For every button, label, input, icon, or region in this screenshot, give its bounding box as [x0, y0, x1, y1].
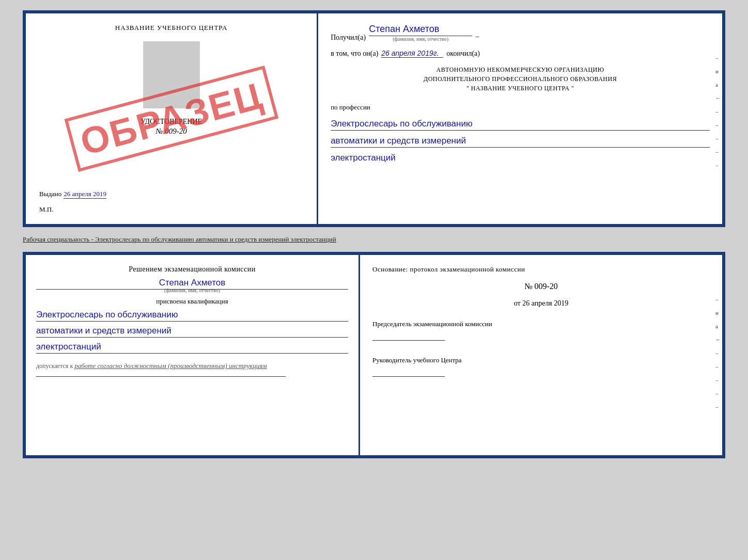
commission-title: Решением экзаменационной комиссии — [36, 265, 348, 274]
fio-label-bottom: (фамилия, имя, отчество) — [36, 287, 348, 293]
qualification-line2: автоматики и средств измерений — [36, 326, 348, 338]
top-document: НАЗВАНИЕ УЧЕБНОГО ЦЕНТРА УДОСТОВЕРЕНИЕ №… — [23, 10, 725, 227]
bottom-left: Решением экзаменационной комиссии Степан… — [26, 255, 360, 455]
date-prefix: в том, что он(а) — [331, 50, 378, 58]
chairman-signature-line — [372, 330, 445, 341]
protocol-date-value: 26 апреля 2019 — [522, 299, 568, 307]
head-signature-line — [372, 366, 445, 377]
bottom-right: Основание: протокол экзаменационной коми… — [360, 255, 722, 455]
cert-title: НАЗВАНИЕ УЧЕБНОГО ЦЕНТРА — [115, 24, 227, 32]
org-block: АВТОНОМНУЮ НЕКОММЕРЧЕСКУЮ ОРГАНИЗАЦИЮ ДО… — [331, 65, 710, 93]
bottom-document: Решением экзаменационной комиссии Степан… — [23, 252, 725, 458]
cert-number: № 009-20 — [155, 127, 186, 136]
допускается-value: работе согласно должностным (производств… — [74, 362, 267, 370]
head-label: Руководитель учебного Центра — [372, 356, 710, 364]
chairman-block: Председатель экзаменационной комиссии — [372, 320, 710, 343]
protocol-date: от 26 апреля 2019 — [372, 299, 710, 308]
caption: Рабочая специальность - Электрослесарь п… — [23, 233, 725, 246]
received-label: Получил(а) — [331, 34, 366, 42]
profession-line1: Электрослесарь по обслуживанию — [331, 119, 710, 131]
date-suffix: окончил(а) — [446, 50, 480, 58]
qualification-line3: электростанций — [36, 342, 348, 354]
issued-label: Выдано — [39, 190, 61, 198]
org-line3: " НАЗВАНИЕ УЧЕБНОГО ЦЕНТРА " — [331, 84, 710, 93]
left-panel: НАЗВАНИЕ УЧЕБНОГО ЦЕНТРА УДОСТОВЕРЕНИЕ №… — [26, 13, 318, 224]
mp-label: М.П. — [34, 205, 53, 214]
document-container: НАЗВАНИЕ УЧЕБНОГО ЦЕНТРА УДОСТОВЕРЕНИЕ №… — [23, 10, 725, 458]
photo-placeholder — [143, 41, 200, 108]
org-line1: АВТОНОМНУЮ НЕКОММЕРЧЕСКУЮ ОРГАНИЗАЦИЮ — [331, 65, 710, 74]
recipient-line: Получил(а) Степан Ахметов (фамилия, имя,… — [331, 24, 710, 42]
issued-date: 26 апреля 2019 — [64, 190, 106, 199]
right-panel: Получил(а) Степан Ахметов (фамилия, имя,… — [318, 13, 722, 224]
qualification-label: присвоена квалификация — [36, 297, 348, 306]
org-line2: ДОПОЛНИТЕЛЬНОГО ПРОФЕССИОНАЛЬНОГО ОБРАЗО… — [331, 74, 710, 84]
profession-line2: автоматики и средств измерений — [331, 136, 710, 148]
qualification-line1: Электрослесарь по обслуживанию — [36, 310, 348, 322]
profession-label: по профессии — [331, 103, 710, 111]
fio-label-top: (фамилия, имя, отчество) — [393, 36, 448, 42]
допускается-line: допускается к работе согласно должностны… — [36, 362, 348, 370]
protocol-number: № 009-20 — [372, 282, 710, 291]
protocol-date-prefix: от — [514, 299, 521, 307]
date-line: в том, что он(а) 26 апреля 2019г. окончи… — [331, 49, 710, 58]
chairman-label: Председатель экзаменационной комиссии — [372, 320, 710, 328]
profession-line3: электростанций — [331, 153, 710, 163]
right-markers-top: – и а ← – – – – – — [715, 55, 721, 168]
head-block: Руководитель учебного Центра — [372, 356, 710, 379]
cert-type: УДОСТОВЕРЕНИЕ — [141, 118, 202, 126]
date-value: 26 апреля 2019г. — [381, 49, 443, 58]
right-markers-bottom: – и а ← – – – – – — [715, 296, 721, 410]
допускается-prefix: допускается к — [36, 362, 73, 370]
recipient-name: Степан Ахметов — [369, 24, 472, 36]
basis-label: Основание: протокол экзаменационной коми… — [372, 265, 710, 274]
